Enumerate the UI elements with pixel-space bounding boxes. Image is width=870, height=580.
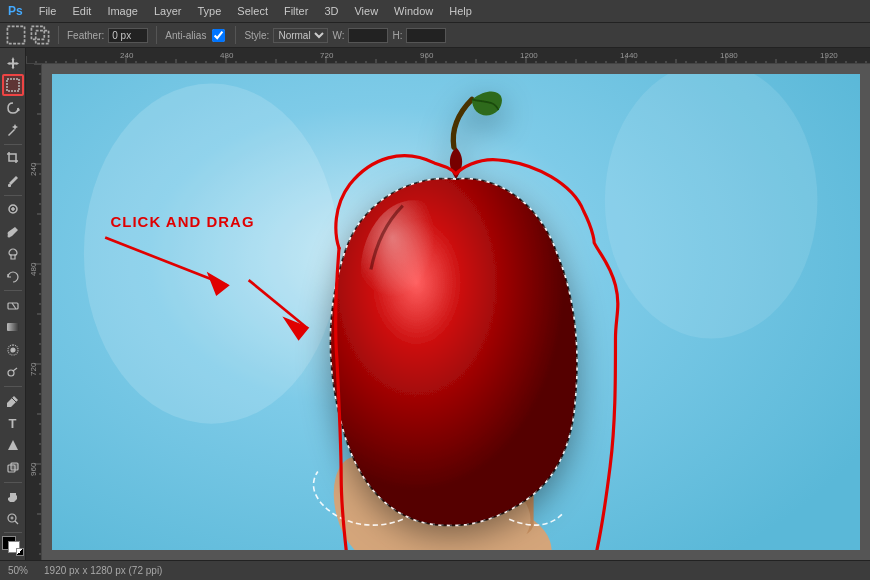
tool-brush[interactable] (2, 221, 24, 242)
ruler-vertical (26, 64, 42, 560)
tool-dodge[interactable] (2, 362, 24, 383)
tool-eyedropper[interactable] (2, 170, 24, 191)
tool-heal[interactable] (2, 199, 24, 220)
tool-text[interactable]: T (2, 412, 24, 433)
tool-blur[interactable] (2, 339, 24, 360)
tool-path-select[interactable] (2, 435, 24, 456)
options-feather-input[interactable] (108, 28, 148, 43)
tool-history[interactable] (2, 266, 24, 287)
options-separator (58, 26, 59, 44)
tool-hand[interactable] (2, 486, 24, 507)
svg-rect-0 (7, 26, 24, 43)
svg-rect-8 (7, 323, 19, 331)
options-height-label: H: (392, 30, 402, 41)
options-separator2 (156, 26, 157, 44)
tool-shape[interactable] (2, 457, 24, 478)
svg-point-6 (7, 234, 10, 237)
options-new-selection[interactable] (6, 25, 26, 45)
options-style-label: Style: (244, 30, 269, 41)
status-zoom: 50% (8, 565, 28, 576)
menu-filter[interactable]: Filter (284, 5, 308, 17)
svg-point-16 (605, 74, 818, 339)
options-add-selection[interactable] (30, 25, 50, 45)
options-separator3 (235, 26, 236, 44)
tool-separator-3 (4, 290, 22, 291)
svg-text:CLICK AND DRAG: CLICK AND DRAG (110, 214, 254, 230)
tool-separator-1 (4, 144, 22, 145)
menu-layer[interactable]: Layer (154, 5, 182, 17)
svg-rect-12 (11, 463, 18, 470)
ruler-horizontal (26, 48, 870, 64)
tool-move[interactable] (2, 52, 24, 73)
menu-file[interactable]: File (39, 5, 57, 17)
status-doc-info: 1920 px x 1280 px (72 ppi) (44, 565, 162, 576)
menu-window[interactable]: Window (394, 5, 433, 17)
app-logo: Ps (8, 4, 23, 18)
tool-separator-5 (4, 482, 22, 483)
tool-magic-wand[interactable] (2, 119, 24, 140)
options-width-input[interactable] (348, 28, 388, 43)
main-area: T (0, 48, 870, 560)
tool-zoom[interactable] (2, 508, 24, 529)
menu-view[interactable]: View (354, 5, 378, 17)
tool-stamp[interactable] (2, 243, 24, 264)
svg-rect-1 (31, 26, 44, 39)
tool-eraser[interactable] (2, 294, 24, 315)
tool-lasso[interactable] (2, 97, 24, 118)
menu-help[interactable]: Help (449, 5, 472, 17)
svg-rect-2 (36, 31, 49, 44)
svg-point-15 (84, 83, 339, 423)
canvas-area[interactable]: CLICK AND DRAG (42, 64, 870, 560)
tool-gradient[interactable] (2, 317, 24, 338)
svg-point-9 (11, 348, 15, 352)
svg-rect-3 (7, 79, 19, 91)
menu-type[interactable]: Type (198, 5, 222, 17)
status-bar: 50% 1920 px x 1280 px (72 ppi) (0, 560, 870, 580)
menu-image[interactable]: Image (107, 5, 138, 17)
menu-edit[interactable]: Edit (72, 5, 91, 17)
options-bar: Feather: Anti-alias Style: Normal W: H: (0, 22, 870, 48)
tool-separator-4 (4, 386, 22, 387)
svg-rect-4 (8, 184, 11, 187)
options-feather-label: Feather: (67, 30, 104, 41)
menu-select[interactable]: Select (237, 5, 268, 17)
options-antialiased-label: Anti-alias (165, 30, 206, 41)
svg-point-24 (360, 200, 466, 349)
toolbar: T (0, 48, 26, 560)
options-style-select[interactable]: Normal (273, 28, 328, 43)
options-width-label: W: (332, 30, 344, 41)
tool-crop[interactable] (2, 148, 24, 169)
canvas-wrapper: CLICK AND DRAG (26, 48, 870, 560)
ruler-v-canvas-row: CLICK AND DRAG (26, 64, 870, 560)
options-antialiased-checkbox[interactable] (212, 29, 225, 42)
tool-pen[interactable] (2, 390, 24, 411)
tool-separator-6 (4, 532, 22, 533)
options-height-input[interactable] (406, 28, 446, 43)
tool-fg-bg-colors[interactable] (2, 536, 24, 555)
canvas-image: CLICK AND DRAG (52, 74, 860, 550)
tool-marquee[interactable] (2, 74, 24, 96)
menu-3d[interactable]: 3D (324, 5, 338, 17)
menu-bar: Ps File Edit Image Layer Type Select Fil… (0, 0, 870, 22)
photoshop-canvas[interactable]: CLICK AND DRAG (52, 74, 860, 550)
tool-separator-2 (4, 195, 22, 196)
